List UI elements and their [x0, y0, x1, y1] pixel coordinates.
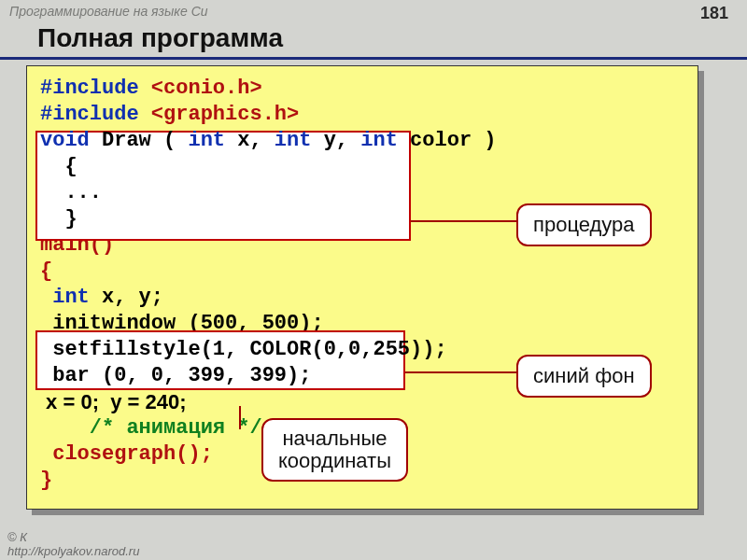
code-line: { — [40, 259, 684, 285]
course-title: Программирование на языке Си — [9, 4, 208, 23]
code-kw: int — [188, 129, 225, 152]
code-text: color ) — [398, 129, 497, 152]
callout-text: процедура — [533, 213, 635, 236]
code-text: y, — [311, 129, 360, 152]
slide-title: Полная программа — [0, 23, 747, 60]
callout-text: координаты — [278, 450, 391, 472]
callout-bluebg: синий фон — [516, 355, 652, 398]
page-number: 181 — [700, 4, 728, 23]
footer-author: © К — [7, 530, 139, 544]
code-text: x, — [225, 129, 275, 152]
code-text: x, y; — [90, 286, 163, 309]
callout-text: начальные — [278, 427, 391, 450]
code-kw: void — [40, 129, 90, 152]
code-line: ... — [40, 180, 684, 206]
code-kw: int — [275, 129, 312, 152]
callout-text: синий фон — [533, 364, 635, 387]
connector-line — [405, 371, 516, 373]
code-line: { — [40, 154, 684, 180]
code-text: Draw ( — [90, 129, 189, 152]
code-text: <conio.h> — [139, 77, 262, 100]
code-kw: int — [360, 129, 398, 152]
connector-line — [411, 220, 516, 222]
code-kw: int — [40, 286, 90, 309]
slide-footer: © К http://kpolyakov.narod.ru — [7, 530, 139, 558]
callout-procedure: процедура — [516, 203, 652, 246]
callout-initcoords: начальные координаты — [261, 418, 408, 482]
footer-url: http://kpolyakov.narod.ru — [7, 544, 139, 558]
code-kw: #include — [40, 103, 139, 126]
code-kw: #include — [40, 77, 139, 100]
connector-line — [239, 406, 241, 429]
slide-header: Программирование на языке Си 181 — [0, 0, 747, 23]
code-text: <graphics.h> — [139, 103, 300, 126]
